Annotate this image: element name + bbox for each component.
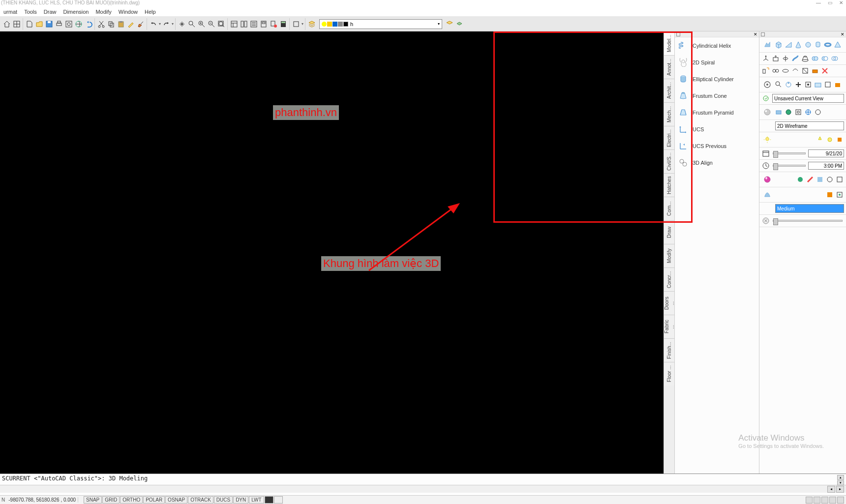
tb-copy-icon[interactable] [107, 20, 116, 29]
drawing-canvas[interactable]: phanthinh.vn Khung hình làm việc 3D [0, 31, 664, 474]
toggle-osnap[interactable]: OSNAP [165, 496, 187, 504]
visual-style-icon[interactable] [761, 106, 773, 118]
dash-close-icon[interactable]: ✕ [841, 32, 845, 37]
vs1-icon[interactable] [774, 108, 783, 117]
tb-pan-icon[interactable] [178, 20, 186, 29]
item-fcone[interactable]: Frustum Cone [675, 88, 759, 104]
item-helix[interactable]: Cylindrical Helix [675, 37, 759, 54]
mat4-icon[interactable] [825, 175, 834, 184]
menu-dimension[interactable]: Dimension [60, 8, 91, 16]
layer-dropdown[interactable]: h ▾ [319, 19, 442, 29]
tb-redo-icon[interactable] [162, 20, 171, 29]
edit4-icon[interactable] [791, 66, 800, 75]
torus-icon[interactable] [823, 40, 832, 49]
light-icon[interactable] [761, 134, 773, 146]
nav1-icon[interactable] [774, 80, 783, 89]
tab-com[interactable]: Com... [664, 197, 674, 220]
tab-concr[interactable]: Concr... [664, 267, 674, 291]
loft-icon[interactable] [801, 54, 810, 63]
tray-icon[interactable] [829, 497, 836, 504]
cylinder2-icon[interactable] [814, 40, 822, 49]
nav7-icon[interactable] [833, 80, 842, 89]
tb-sheetset-icon[interactable] [259, 20, 268, 29]
mat2-icon[interactable] [806, 175, 815, 184]
edit3-icon[interactable] [781, 66, 790, 75]
sweep-icon[interactable] [791, 54, 800, 63]
tb-cut-icon[interactable] [97, 20, 106, 29]
nav-wheel-icon[interactable] [761, 79, 773, 90]
tb-markup-icon[interactable] [269, 20, 278, 29]
revolve-icon[interactable] [781, 54, 790, 63]
subtract-icon[interactable] [820, 54, 829, 63]
menu-format[interactable]: urmat [1, 8, 20, 16]
tab-hatches[interactable]: Hatches [664, 173, 674, 197]
tab-civil[interactable]: Civil/S... [664, 149, 674, 173]
command-line[interactable]: SCURRENT <"AutoCAD Classic">: 3D Modelin… [0, 474, 846, 485]
clock-icon[interactable] [761, 161, 770, 170]
toggle-grid[interactable]: GRID [102, 496, 120, 504]
extrude-icon[interactable] [761, 54, 770, 63]
tb-layers-icon[interactable] [307, 20, 316, 29]
menu-draw[interactable]: Draw [41, 8, 59, 16]
sphere-icon[interactable] [804, 40, 813, 49]
polysolid-icon[interactable] [761, 39, 773, 51]
tb-undo-icon[interactable] [84, 20, 93, 29]
tab-annot[interactable]: Annot... [664, 55, 674, 79]
style-dropdown[interactable]: 2D Wireframe [775, 121, 844, 130]
edit5-icon[interactable] [801, 66, 810, 75]
tb-block-icon[interactable] [292, 20, 301, 29]
palette-menu-icon[interactable] [676, 32, 680, 36]
cmd-up-button[interactable]: ▴ [837, 475, 844, 480]
menu-window[interactable]: Window [116, 8, 140, 16]
vs3-icon[interactable] [794, 108, 803, 117]
light1-icon[interactable] [816, 135, 824, 144]
scroll-right-button[interactable]: ▸ [836, 486, 844, 493]
toggle-ducs[interactable]: DUCS [214, 496, 233, 504]
item-ellcyl[interactable]: Elliptical Cylinder [675, 71, 759, 88]
view-dropdown[interactable]: Unsaved Current View [772, 94, 844, 103]
tb-grid-icon[interactable] [12, 20, 21, 29]
tb-new-icon[interactable] [25, 20, 34, 29]
tray-icon[interactable] [837, 497, 844, 504]
edit6-icon[interactable] [811, 66, 819, 75]
toggle-extra[interactable] [274, 496, 283, 504]
presspull-icon[interactable] [771, 54, 780, 63]
item-ucs[interactable]: UCS [675, 121, 759, 138]
pyramid2-icon[interactable] [833, 40, 842, 49]
tb-props-icon[interactable] [230, 20, 239, 29]
tb-publish-icon[interactable] [74, 20, 83, 29]
tb-brush-icon[interactable] [136, 20, 145, 29]
tab-electri[interactable]: Electri... [664, 126, 674, 149]
nav2-icon[interactable] [784, 80, 793, 89]
tab-finish[interactable]: Finish... [664, 338, 674, 362]
date-input[interactable]: 9/21/20 [808, 149, 844, 157]
nav5-icon[interactable] [814, 80, 822, 89]
render2-icon[interactable] [835, 190, 844, 199]
intersect-icon[interactable] [830, 54, 839, 63]
light3-icon[interactable] [835, 135, 844, 144]
toggle-model[interactable] [265, 496, 273, 504]
box-icon[interactable] [774, 40, 783, 49]
mat1-icon[interactable] [796, 175, 805, 184]
tray-icon[interactable] [814, 497, 820, 504]
tb-zoom-realtime-icon[interactable] [187, 20, 196, 29]
time-slider[interactable] [773, 165, 806, 167]
render1-icon[interactable] [825, 190, 834, 199]
tab-floor[interactable]: Floor ... [664, 362, 674, 385]
tb-paste-icon[interactable] [117, 20, 125, 29]
tab-archit[interactable]: Archit... [664, 79, 674, 102]
mat5-icon[interactable] [835, 175, 844, 184]
tb-undo2-icon[interactable] [149, 20, 158, 29]
tb-save-icon[interactable] [45, 20, 54, 29]
tb-zoom-ext-icon[interactable] [217, 20, 226, 29]
tab-doors[interactable]: Doors ... [664, 291, 674, 315]
render-icon[interactable] [761, 189, 773, 201]
coordinates[interactable]: -98070.788, 56180.826 , 0.000 [6, 497, 78, 503]
toggle-ortho[interactable]: ORTHO [120, 496, 143, 504]
toggle-snap[interactable]: SNAP [84, 496, 102, 504]
cmd-down-button[interactable]: ▾ [837, 480, 844, 485]
tb-layer-state-icon[interactable] [455, 20, 464, 29]
tb-zoom-prev-icon[interactable] [207, 20, 216, 29]
cancel-render-icon[interactable] [761, 216, 770, 225]
quality-dropdown[interactable]: Medium [775, 204, 844, 213]
